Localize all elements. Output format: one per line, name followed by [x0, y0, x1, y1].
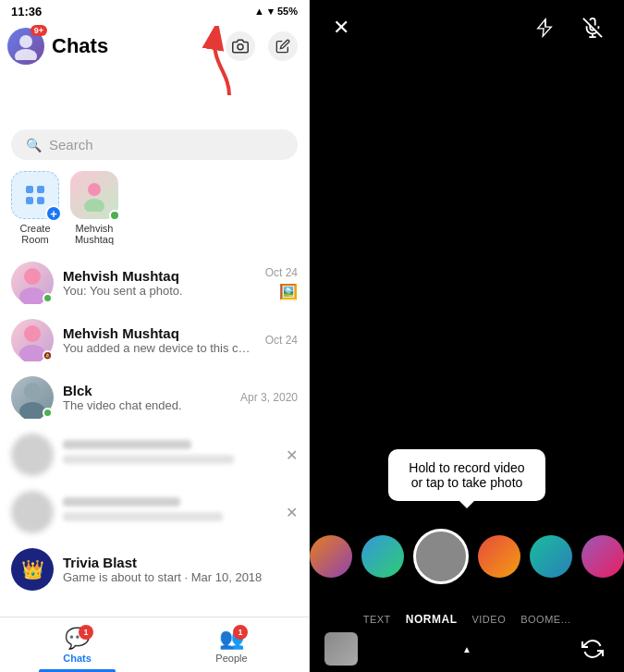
create-room-label: CreateRoom [19, 223, 50, 245]
wifi-icon: ▾ [268, 6, 274, 18]
people-nav-label: People [215, 653, 247, 664]
chat-avatar-mehvish1 [11, 262, 54, 304]
chat-preview: You added a new device to this con... [63, 341, 256, 355]
svg-point-1 [15, 49, 37, 60]
chat-avatar-mehvish2: 🔕 [11, 319, 54, 361]
svg-point-11 [19, 287, 45, 304]
chat-info: Mehvish Mushtaq You: You sent a photo. [63, 268, 256, 298]
chat-preview: The video chat ended. [63, 398, 231, 412]
trivia-avatar: 👑 [11, 548, 54, 591]
mic-mute-button[interactable] [576, 11, 609, 44]
user-avatar-container[interactable]: 9+ [7, 28, 44, 65]
svg-rect-6 [26, 197, 33, 204]
filter-4[interactable] [530, 535, 572, 578]
svg-point-10 [24, 268, 41, 285]
chats-nav-label: Chats [63, 653, 92, 664]
mode-up-arrow: ▲ [462, 644, 471, 654]
svg-point-15 [19, 402, 45, 419]
status-bar: 11:36 ▲ ▾ 55% [0, 0, 309, 22]
arrow-annotation [0, 70, 309, 126]
filter-row [310, 529, 624, 584]
svg-point-12 [24, 325, 41, 342]
search-icon: 🔍 [26, 138, 42, 153]
trivia-blast-item[interactable]: 👑 Trivia Blast Game is about to start · … [0, 541, 309, 598]
chat-meta: Oct 24 [265, 334, 298, 347]
tooltip-text: Hold to record video or tap to take phot… [409, 460, 524, 490]
dismiss-button[interactable]: ✕ [286, 446, 298, 464]
svg-point-9 [84, 199, 104, 212]
create-room-story[interactable]: + CreateRoom [11, 171, 59, 245]
chat-item[interactable]: 🔕 Mehvish Mushtaq You added a new device… [0, 312, 309, 369]
chat-date: Oct 24 [265, 266, 298, 279]
chat-avatar-blck [11, 376, 54, 419]
online-dot [43, 408, 53, 418]
camera-close-button[interactable]: ✕ [324, 11, 358, 44]
flip-camera-button[interactable] [576, 632, 609, 666]
people-nav-icon: 👥 1 [219, 627, 244, 651]
chat-preview: Game is about to start · Mar 10, 2018 [63, 570, 298, 584]
chats-nav-icon: 💬 1 [65, 627, 90, 651]
create-room-avatar: + [11, 171, 59, 219]
chat-date: Oct 24 [265, 334, 298, 347]
mode-normal[interactable]: NORMAL [406, 613, 458, 626]
bottom-navigation: 💬 1 Chats 👥 1 People [0, 617, 309, 672]
dismiss-button[interactable]: ✕ [286, 504, 298, 521]
blurred-chat-2[interactable]: ✕ [0, 483, 309, 541]
create-plus-icon: + [45, 205, 62, 222]
chat-item-blck[interactable]: Blck The video chat ended. Apr 3, 2020 [0, 369, 309, 426]
blurred-chat-1[interactable]: ✕ [0, 426, 309, 483]
chat-info: Mehvish Mushtaq You added a new device t… [63, 325, 256, 355]
chat-thumb: 🖼️ [279, 283, 298, 300]
svg-point-14 [24, 383, 41, 399]
chat-meta: Apr 3, 2020 [240, 391, 298, 404]
camera-panel: ✕ Hold to record video or ta [310, 0, 624, 672]
chat-info: Trivia Blast Game is about to start · Ma… [63, 555, 298, 584]
mehvish-story[interactable]: MehvishMushtaq [70, 171, 118, 245]
gallery-thumbnail[interactable] [324, 632, 358, 666]
status-time: 11:36 [11, 5, 42, 18]
blurred-text [63, 440, 276, 470]
online-dot [43, 293, 53, 303]
mehvish-story-label: MehvishMushtaq [75, 223, 114, 245]
filter-1[interactable] [310, 535, 352, 578]
battery-icon: 55% [277, 6, 298, 17]
blurred-text [63, 497, 276, 527]
nav-chats[interactable]: 💬 1 Chats [0, 617, 154, 672]
svg-point-13 [19, 345, 45, 361]
stories-row: + CreateRoom MehvishMushtaq [0, 167, 309, 254]
chat-name: Mehvish Mushtaq [63, 325, 256, 341]
filter-3[interactable] [478, 535, 520, 578]
left-panel: 11:36 ▲ ▾ 55% 9+ Chats [0, 0, 310, 672]
flash-button[interactable] [528, 11, 561, 44]
camera-tooltip: Hold to record video or tap to take phot… [388, 449, 545, 501]
filter-5[interactable] [581, 535, 624, 578]
filter-active[interactable] [413, 529, 469, 584]
chat-name: Mehvish Mushtaq [63, 268, 256, 284]
chat-item[interactable]: Mehvish Mushtaq You: You sent a photo. O… [0, 254, 309, 312]
svg-rect-4 [26, 186, 33, 193]
edit-button[interactable] [268, 31, 298, 61]
app-header: 9+ Chats [0, 22, 309, 70]
filter-2[interactable] [361, 535, 404, 578]
search-placeholder: Search [49, 137, 93, 153]
camera-mode-bar: TEXT NORMAL VIDEO BOOME... [310, 613, 624, 626]
signal-icon: ▲ [254, 6, 264, 17]
mute-dot: 🔕 [43, 350, 53, 360]
chat-list: Mehvish Mushtaq You: You sent a photo. O… [0, 254, 309, 617]
mehvish-story-avatar [70, 171, 118, 219]
svg-rect-5 [37, 186, 44, 193]
status-icons: ▲ ▾ 55% [254, 6, 298, 18]
chat-preview: You: You sent a photo. [63, 284, 256, 298]
people-badge: 1 [233, 625, 248, 640]
svg-rect-7 [37, 197, 44, 204]
blurred-avatar [11, 434, 54, 476]
online-indicator [109, 210, 120, 221]
mode-boomerang[interactable]: BOOME... [520, 614, 570, 625]
chats-badge: 1 [79, 625, 93, 640]
search-bar[interactable]: 🔍 Search [11, 129, 298, 160]
mode-video[interactable]: VIDEO [471, 614, 506, 625]
mode-text[interactable]: TEXT [363, 614, 391, 625]
nav-people[interactable]: 👥 1 People [154, 617, 309, 672]
camera-header: ✕ [310, 0, 624, 55]
chat-info: Blck The video chat ended. [63, 383, 231, 412]
